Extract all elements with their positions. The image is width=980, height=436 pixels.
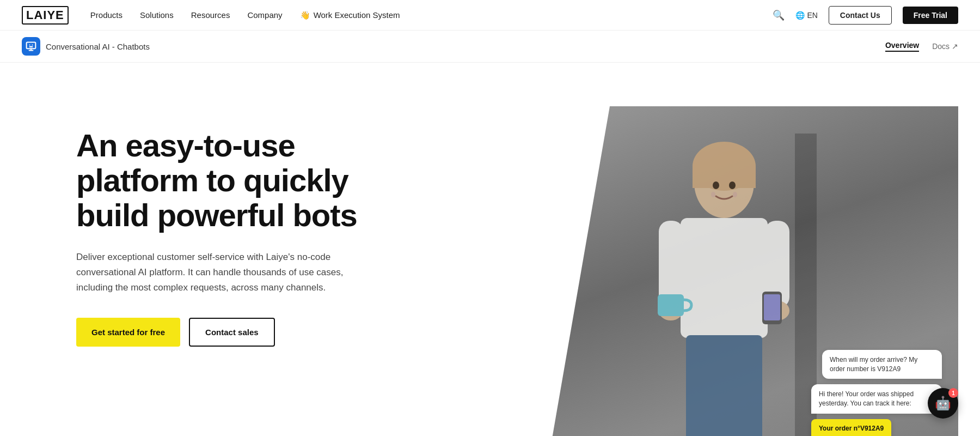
subheader: Conversational AI - Chatbots Overview Do… — [0, 31, 980, 63]
svg-rect-11 — [658, 294, 684, 316]
get-started-button[interactable]: Get started for free — [76, 318, 180, 347]
nav-links: Products Solutions Resources Company 👋 W… — [90, 10, 773, 20]
svg-rect-0 — [27, 43, 36, 49]
subheader-title: Conversational AI - Chatbots — [46, 42, 150, 51]
nav-actions: 🔍 🌐 EN Contact Us Free Trial — [773, 6, 958, 25]
hero-description: Deliver exceptional customer self-servic… — [76, 250, 348, 295]
svg-point-15 — [711, 192, 715, 197]
user-chat-bubble: When will my order arrive? My order numb… — [822, 350, 942, 379]
language-selector[interactable]: 🌐 EN — [795, 11, 817, 20]
svg-rect-4 — [681, 218, 768, 338]
nav-link-products[interactable]: Products — [90, 10, 122, 20]
svg-rect-10 — [764, 294, 780, 320]
nav-link-solutions[interactable]: Solutions — [140, 10, 174, 20]
bot-chat-bubble: Hi there! Your order was shipped yesterd… — [811, 384, 942, 414]
nav-link-company[interactable]: Company — [247, 10, 282, 20]
logo[interactable]: LAIYE — [22, 6, 69, 25]
docs-link[interactable]: Docs ↗ — [932, 42, 958, 51]
hand-icon: 👋 — [300, 10, 310, 20]
navbar: LAIYE Products Solutions Resources Compa… — [0, 0, 980, 31]
chatbot-badge: 1 — [948, 388, 958, 398]
nav-work-execution-label: Work Execution System — [314, 10, 400, 20]
hero-left: An easy-to-use platform to quickly build… — [76, 106, 381, 347]
logo-text: LAIYE — [22, 6, 69, 25]
svg-point-13 — [713, 181, 719, 189]
hero-title: An easy-to-use platform to quickly build… — [76, 128, 381, 232]
search-icon[interactable]: 🔍 — [773, 9, 785, 21]
svg-point-14 — [729, 181, 736, 189]
svg-rect-3 — [693, 166, 756, 188]
svg-point-16 — [733, 192, 737, 197]
contact-button[interactable]: Contact Us — [829, 6, 892, 25]
chatbot-fab[interactable]: 1 🤖 — [928, 388, 958, 419]
hero-right: When will my order arrive? My order numb… — [414, 106, 958, 436]
globe-icon: 🌐 — [795, 11, 805, 20]
order-card-title: Your order n°V912A9 — [819, 425, 884, 432]
order-card: Your order n°V912A9 Track your order — [811, 419, 891, 436]
svg-rect-12 — [686, 335, 762, 436]
chat-overlay: When will my order arrive? My order numb… — [811, 350, 942, 436]
subheader-right: Overview Docs ↗ — [885, 41, 958, 52]
nav-link-resources[interactable]: Resources — [191, 10, 230, 20]
overview-link[interactable]: Overview — [885, 41, 919, 52]
nav-work-execution[interactable]: 👋 Work Execution System — [300, 10, 400, 20]
chatbot-fab-icon: 🤖 — [935, 396, 951, 411]
language-label: EN — [807, 11, 817, 20]
hero-buttons: Get started for free Contact sales — [76, 318, 381, 347]
hero-person-image — [632, 134, 817, 436]
hero-section: An easy-to-use platform to quickly build… — [0, 63, 980, 436]
free-trial-button[interactable]: Free Trial — [903, 7, 958, 24]
subheader-left: Conversational AI - Chatbots — [22, 37, 150, 56]
contact-sales-button[interactable]: Contact sales — [189, 318, 275, 347]
chatbot-icon — [22, 37, 40, 56]
